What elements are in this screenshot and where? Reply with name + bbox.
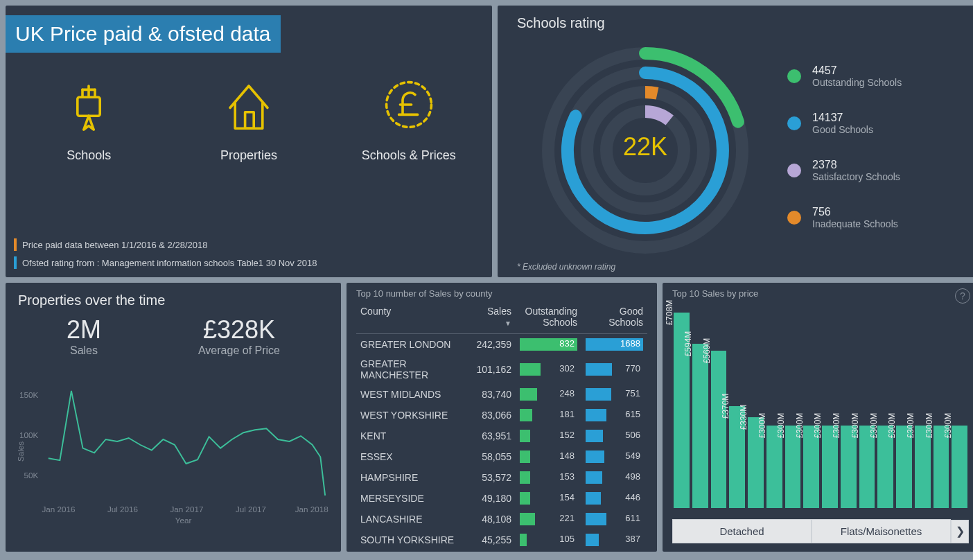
rating-footnote: * Excluded unknown rating (517, 262, 965, 272)
table-row[interactable]: GREATER MANCHESTER101,162302770 (356, 355, 647, 384)
bars-title: Top 10 Sales by price (672, 288, 969, 299)
slicer-flats[interactable]: Flats/Maisonettes (812, 519, 951, 543)
line-card: Properties over the time 2M Sales £328K … (6, 283, 341, 552)
nav-label: Properties (179, 148, 319, 163)
table-row[interactable]: HAMPSHIRE53,572153498 (356, 467, 647, 488)
nav-schools[interactable]: Schools (19, 73, 159, 163)
legend-dot (787, 164, 801, 177)
page-title: UK Price paid & ofsted data (6, 15, 281, 53)
table-row[interactable]: KENT63,951152506 (356, 426, 647, 446)
svg-text:50K: 50K (24, 471, 38, 480)
nav-properties[interactable]: Properties (179, 73, 319, 163)
legend-item[interactable]: 756 Inadequate Schools (787, 206, 965, 229)
cell-county: GREATER MANCHESTER (356, 355, 472, 384)
svg-rect-1 (245, 112, 254, 128)
legend-value: 14137 (812, 112, 873, 124)
table-row[interactable]: LANCASHIRE48,108221611 (356, 509, 647, 530)
cell-bar: 248 (516, 384, 581, 405)
svg-text:Jan 2017: Jan 2017 (170, 505, 203, 514)
legend-item[interactable]: 14137 Good Schools (787, 112, 965, 135)
help-icon[interactable]: ? (955, 288, 970, 304)
cell-sales: 45,255 (472, 530, 516, 550)
svg-text:100K: 100K (19, 430, 38, 439)
col-good[interactable]: Good Schools (581, 303, 647, 334)
col-county[interactable]: County (356, 303, 472, 334)
nav-label: Schools (19, 148, 159, 163)
bar-label: £330M (739, 404, 748, 430)
svg-text:Jul 2017: Jul 2017 (236, 505, 266, 514)
cell-county: KENT (356, 426, 472, 446)
table-row[interactable]: WEST YORKSHIRE83,066181615 (356, 405, 647, 426)
slicer-detached[interactable]: Detached (672, 519, 812, 543)
cell-county: WEST YORKSHIRE (356, 405, 472, 426)
rating-title: Schools rating (517, 15, 965, 31)
table-row[interactable]: GREATER LONDON242,3598321688 (356, 334, 647, 356)
cell-bar: 770 (581, 355, 647, 384)
cell-bar: 153 (516, 467, 581, 488)
cell-sales: 242,359 (472, 334, 516, 356)
cell-bar: 152 (516, 426, 581, 446)
cell-bar: 154 (516, 488, 581, 509)
cell-sales: 63,951 (472, 426, 516, 446)
svg-text:Sales: Sales (18, 441, 25, 462)
bar-label: £300M (906, 412, 915, 438)
cell-county: SOUTH YORKSHIRE (356, 530, 472, 550)
cell-sales: 58,055 (472, 446, 516, 467)
cell-bar: 498 (581, 467, 647, 488)
bars-chart[interactable]: £708M£594M£569M£370M£330M£300M£300M£300M… (672, 303, 969, 512)
line-chart[interactable]: Sales 150K 100K 50K Jan 2016 Jul 2016 Ja… (18, 361, 328, 542)
svg-text:Jan 2018: Jan 2018 (295, 505, 328, 514)
cell-bar: 751 (581, 384, 647, 405)
bar[interactable]: £569M (711, 351, 727, 508)
bar[interactable]: £594M (692, 344, 708, 508)
legend-item[interactable]: 4457 Outstanding Schools (787, 64, 965, 88)
bar-label: £300M (869, 412, 879, 438)
legend-item[interactable]: 2378 Satisfactory Schools (787, 159, 965, 182)
header-card: UK Price paid & ofsted data Schools (6, 6, 492, 277)
schools-icon (58, 73, 120, 136)
bar-label: £300M (887, 412, 897, 438)
donut-chart[interactable]: 22K (517, 36, 773, 258)
svg-text:Jan 2016: Jan 2016 (42, 505, 75, 514)
bar-label: £708M (665, 300, 674, 326)
nav-label: Schools & Prices (339, 148, 478, 163)
cell-bar: 611 (581, 509, 647, 530)
table-row[interactable]: WEST MIDLANDS83,740248751 (356, 384, 647, 405)
svg-rect-0 (78, 97, 100, 116)
cell-bar: 446 (581, 488, 647, 509)
legend-value: 4457 (812, 64, 902, 77)
sort-desc-icon: ▼ (505, 320, 511, 327)
cell-sales: 101,162 (472, 355, 516, 384)
house-icon (218, 73, 280, 136)
bar-label: £300M (757, 412, 767, 438)
sales-table[interactable]: County Sales▼ Outstanding Schools Good S… (356, 303, 647, 550)
col-outstanding[interactable]: Outstanding Schools (516, 303, 581, 334)
legend-dot (787, 211, 801, 225)
cell-bar: 506 (581, 426, 647, 446)
cell-bar: 615 (581, 405, 647, 426)
slicer: Detached Flats/Maisonettes ❯ (672, 519, 969, 543)
bar-label: £594M (683, 331, 693, 357)
kpi-sales-label: Sales (67, 344, 101, 357)
cell-sales: 53,572 (472, 467, 516, 488)
cell-bar: 181 (516, 405, 581, 426)
pound-icon (378, 73, 440, 136)
bar-label: £300M (795, 412, 805, 438)
bar-label: £300M (850, 412, 860, 438)
col-sales[interactable]: Sales▼ (472, 303, 516, 334)
legend-dot (787, 116, 801, 130)
table-row[interactable]: SOUTH YORKSHIRE45,255105387 (356, 530, 647, 550)
cell-bar: 221 (516, 509, 581, 530)
source-text: Ofsted rating from : Management informat… (22, 258, 317, 268)
nav-schools-prices[interactable]: Schools & Prices (339, 73, 478, 163)
bar[interactable]: £300M (952, 426, 967, 508)
legend-dot (787, 69, 801, 83)
legend-label: Satisfactory Schools (812, 171, 900, 182)
cell-bar: 832 (516, 334, 581, 356)
cell-bar: 549 (581, 446, 647, 467)
kpi-sales-value: 2M (67, 315, 101, 344)
table-row[interactable]: ESSEX58,055148549 (356, 446, 647, 467)
table-row[interactable]: MERSEYSIDE49,180154446 (356, 488, 647, 509)
cell-sales: 83,740 (472, 384, 516, 405)
slicer-next-icon[interactable]: ❯ (951, 520, 969, 543)
